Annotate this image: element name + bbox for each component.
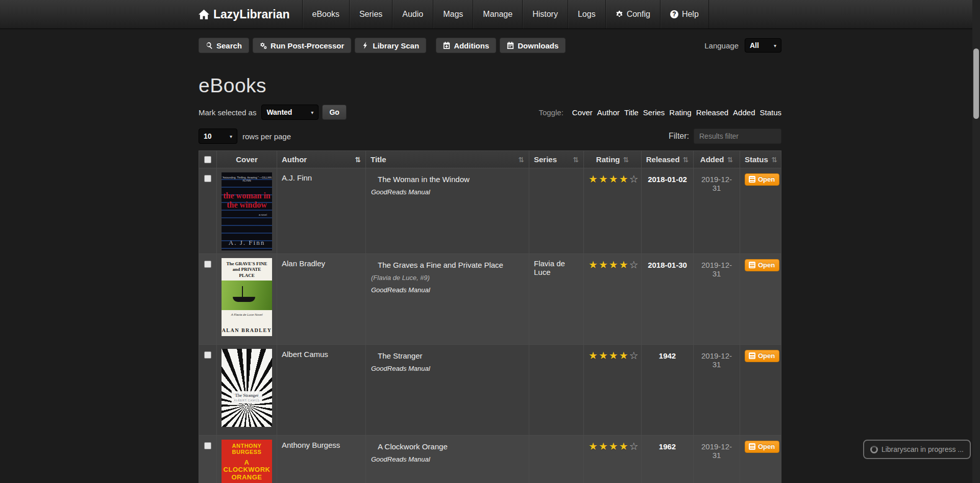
sort-icon: ⇅ [518,156,524,164]
toggle-rating-link[interactable]: Rating [669,108,691,117]
spinner-icon [870,446,878,453]
column-header-author[interactable]: Author⇅ [277,151,365,168]
column-header-status[interactable]: Status⇅ [740,151,782,168]
row-checkbox[interactable] [204,175,211,182]
book-cover-clockwork-orange[interactable]: ANTHONY BURGESS A CLOCKWORK ORANGE [222,440,272,483]
select-all-checkbox-cell [199,151,216,168]
toggle-cover-link[interactable]: Cover [572,108,593,117]
nav-item-series[interactable]: Series [349,0,392,29]
select-all-checkbox[interactable] [204,156,211,163]
nav-item-mags[interactable]: Mags [433,0,473,29]
mark-selected-select[interactable]: Wanted ▾ [261,105,318,120]
row-checkbox-cell [199,254,216,344]
caret-down-icon: ▾ [230,134,232,139]
column-header-rating[interactable]: Rating⇅ [583,151,641,168]
nav-item-config[interactable]: Config [605,0,660,29]
book-title-link[interactable]: The Graves a Fine and Private Place [378,261,503,269]
row-checkbox[interactable] [204,261,211,268]
nav-item-manage[interactable]: Manage [473,0,522,29]
brand-link[interactable]: LazyLibrarian [199,0,302,29]
author-name[interactable]: Anthony Burgess [282,441,340,449]
library-scan-button[interactable]: Library Scan [355,38,426,53]
star-rating[interactable]: ★★★★☆ [589,441,640,452]
row-checkbox-cell [199,345,216,435]
added-cell: 2019-12-31 [693,345,740,435]
column-header-title[interactable]: Title⇅ [365,151,529,168]
column-header-cover[interactable]: Cover [216,151,277,168]
toggle-title-link[interactable]: Title [624,108,639,117]
rows-per-page-label: rows per page [242,132,291,141]
run-post-processor-button[interactable]: Run Post-Processor [253,38,351,53]
author-cell: A.J. Finn [277,168,365,253]
row-checkbox[interactable] [204,351,211,359]
toggle-released-link[interactable]: Released [696,108,728,117]
author-name[interactable]: Albert Camus [282,350,328,359]
filter-input[interactable] [694,129,781,144]
help-icon: ? [670,10,678,18]
source-note: GoodReads Manual [371,286,524,294]
source-note: GoodReads Manual [371,365,524,372]
sort-icon: ⇅ [683,156,689,164]
mark-selected-label: Mark selected as [199,108,256,117]
nav-item-ebooks[interactable]: eBooks [302,0,349,29]
book-cover-woman-in-the-window[interactable]: “Astounding. Thrilling. Amazing.” —GILLI… [222,172,272,250]
nav-item-help[interactable]: ? Help [660,0,709,29]
toggle-added-link[interactable]: Added [733,108,755,117]
column-header-series[interactable]: Series⇅ [529,151,583,168]
scrollbar-track [972,0,980,483]
book-title-link[interactable]: The Woman in the Window [378,175,470,184]
toggle-label: Toggle: [538,108,563,117]
open-button[interactable]: Open [745,350,779,362]
author-cell: Anthony Burgess [277,436,365,483]
status-cell: Open [740,168,782,253]
row-checkbox-cell [199,436,216,483]
rating-cell: ★★★★☆ [583,254,641,344]
toggle-series-link[interactable]: Series [643,108,665,117]
ebooks-table: Cover Author⇅ Title⇅ Series⇅ Rating⇅ Rel… [199,150,781,483]
language-label: Language [704,41,739,50]
book-title-link[interactable]: The Stranger [378,351,423,360]
top-navbar: LazyLibrarian eBooks Series Audio Mags M… [0,0,980,29]
brand-label: LazyLibrarian [213,8,290,21]
rating-cell: ★★★★☆ [583,345,641,435]
action-toolbar: Search Run Post-Processor Library Scan A… [199,38,781,53]
language-select[interactable]: All ▾ [745,38,781,53]
nav-item-logs[interactable]: Logs [568,0,605,29]
toast-message: Libraryscan in progress ... [881,445,964,453]
go-button[interactable]: Go [322,105,346,120]
nav-item-history[interactable]: History [522,0,568,29]
rows-per-page-select[interactable]: 10 ▾ [199,129,237,144]
book-title-link[interactable]: A Clockwork Orange [378,442,448,451]
star-rating[interactable]: ★★★★☆ [589,259,640,270]
star-rating[interactable]: ★★★★☆ [589,350,640,361]
search-button[interactable]: Search [199,38,249,53]
sort-icon: ⇅ [771,156,777,164]
book-cover-the-stranger[interactable]: The Stranger ALBERT CAMUS [222,349,272,427]
book-icon [749,443,755,450]
open-button[interactable]: Open [745,441,779,453]
released-cell: 2018-01-02 [641,168,693,253]
column-header-released[interactable]: Released⇅ [641,151,693,168]
book-icon [749,262,755,268]
toggle-author-link[interactable]: Author [597,108,620,117]
series-cell: Flavia de Luce [529,254,583,344]
calendar-plus-icon [443,42,450,49]
row-checkbox[interactable] [204,442,211,449]
toggle-status-link[interactable]: Status [760,108,781,117]
series-link[interactable]: Flavia de Luce [534,259,565,276]
author-name[interactable]: Alan Bradley [282,259,325,268]
column-header-added[interactable]: Added⇅ [693,151,740,168]
downloads-button[interactable]: Downloads [500,38,566,53]
scrollbar-thumb[interactable] [973,48,979,119]
cover-label: The Stranger ALBERT CAMUS [231,391,262,403]
star-rating[interactable]: ★★★★☆ [589,173,640,185]
gear-icon [616,11,623,18]
nav-item-audio[interactable]: Audio [392,0,433,29]
author-name[interactable]: A.J. Finn [282,173,312,182]
cover-cell: ANTHONY BURGESS A CLOCKWORK ORANGE [216,436,277,483]
libraryscan-toast: Libraryscan in progress ... [863,440,971,459]
book-cover-graves-fine-private-place[interactable]: The GRAVE'S FINE and PRIVATE PLACE A Fla… [222,258,272,336]
open-button[interactable]: Open [745,259,779,271]
additions-button[interactable]: Additions [436,38,496,53]
open-button[interactable]: Open [745,173,779,186]
